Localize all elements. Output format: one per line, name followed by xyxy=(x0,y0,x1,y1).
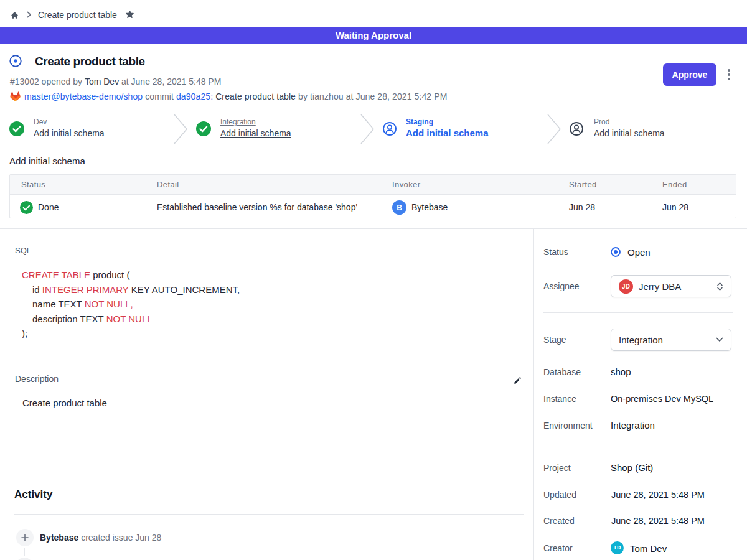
svg-text:B: B xyxy=(397,203,402,212)
